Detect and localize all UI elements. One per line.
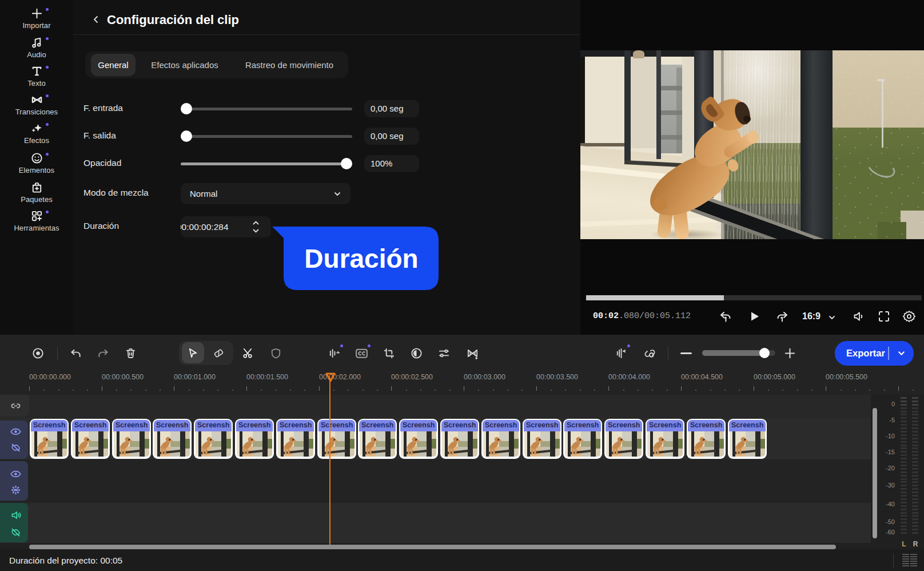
- svg-text:Duración: Duración: [304, 244, 418, 273]
